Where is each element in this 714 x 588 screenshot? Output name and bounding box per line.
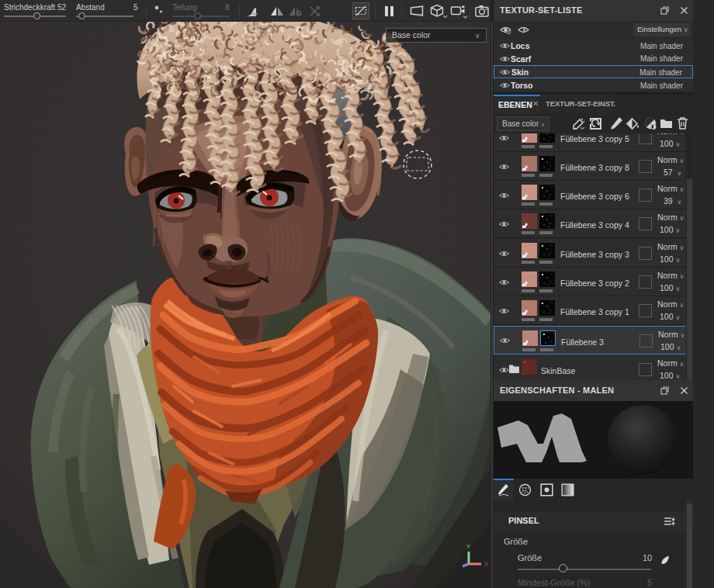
svg-text:X: X — [484, 561, 489, 568]
svg-text:Y: Y — [466, 543, 471, 550]
